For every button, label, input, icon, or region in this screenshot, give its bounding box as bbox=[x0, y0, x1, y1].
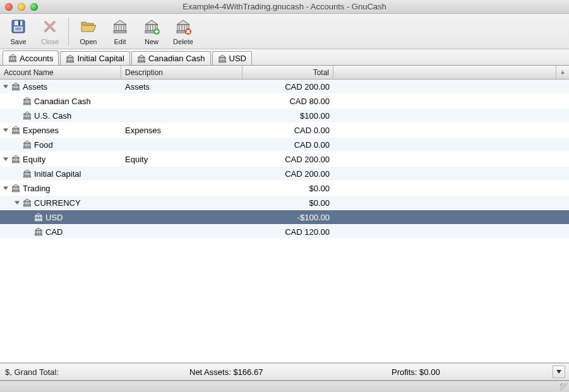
bank-icon bbox=[11, 155, 20, 163]
disclosure-triangle-icon[interactable] bbox=[3, 185, 9, 191]
bank-icon bbox=[11, 126, 20, 134]
svg-rect-101 bbox=[35, 220, 42, 221]
tab-label: Canadian Cash bbox=[148, 54, 205, 63]
save-label: Save bbox=[10, 38, 26, 45]
col-total[interactable]: Total bbox=[243, 66, 333, 79]
status-bar bbox=[0, 381, 569, 392]
titlebar: Example4-4WithTrading.gnucash - Accounts… bbox=[0, 0, 569, 14]
tab-label: Accounts bbox=[20, 54, 53, 63]
col-description[interactable]: Description bbox=[121, 66, 243, 79]
column-headers: Account Name Description Total bbox=[0, 66, 569, 80]
tab-initial-capital[interactable]: Initial Capital bbox=[60, 51, 129, 65]
open-button[interactable]: Open bbox=[73, 16, 104, 47]
account-total: CAD 200.00 bbox=[243, 82, 333, 92]
save-button[interactable]: Save bbox=[3, 16, 34, 47]
bank-icon bbox=[218, 54, 227, 63]
floppy-disk-icon bbox=[9, 18, 27, 37]
summary-dropdown-button[interactable] bbox=[553, 365, 565, 378]
col-scroll-down[interactable] bbox=[556, 66, 569, 79]
table-row[interactable]: Assets Assets CAD 200.00 bbox=[0, 80, 569, 94]
account-name-label: USD bbox=[45, 213, 63, 222]
table-row[interactable]: CURRENCY $0.00 bbox=[0, 196, 569, 210]
table-row[interactable]: Canadian Cash CAD 80.00 bbox=[0, 94, 569, 109]
account-description: Assets bbox=[121, 82, 243, 92]
folder-open-icon bbox=[80, 18, 97, 37]
svg-rect-106 bbox=[35, 234, 42, 235]
col-account-name[interactable]: Account Name bbox=[0, 66, 121, 79]
svg-rect-96 bbox=[24, 205, 31, 206]
account-description: Equity bbox=[121, 155, 243, 164]
table-row[interactable]: Food CAD 0.00 bbox=[0, 138, 569, 152]
toolbar: Save Close Open Edit New bbox=[0, 14, 569, 49]
window-zoom-button[interactable] bbox=[30, 3, 38, 11]
edit-label: Edit bbox=[114, 38, 126, 45]
svg-rect-76 bbox=[24, 147, 31, 148]
account-name-label: CURRENCY bbox=[34, 198, 81, 208]
svg-rect-71 bbox=[13, 133, 20, 134]
window-minimize-button[interactable] bbox=[18, 3, 25, 11]
svg-rect-61 bbox=[24, 104, 31, 105]
account-name-label: CAD bbox=[45, 227, 63, 237]
bank-icon bbox=[34, 227, 43, 236]
edit-button[interactable]: Edit bbox=[104, 16, 136, 47]
toolbar-separator bbox=[68, 18, 69, 45]
svg-rect-91 bbox=[13, 191, 20, 192]
account-name-label: Initial Capital bbox=[34, 169, 81, 179]
delete-label: Delete bbox=[173, 38, 193, 45]
account-total: CAD 0.00 bbox=[243, 126, 333, 135]
account-name-label: Canadian Cash bbox=[34, 97, 91, 106]
account-total: CAD 120.00 bbox=[243, 227, 333, 237]
account-name-label: Trading bbox=[23, 184, 51, 193]
disclosure-triangle-icon[interactable] bbox=[14, 199, 20, 206]
tab-strip: AccountsInitial CapitalCanadian CashUSD bbox=[0, 49, 569, 66]
account-name-label: U.S. Cash bbox=[34, 111, 71, 121]
window-close-button[interactable] bbox=[5, 3, 13, 11]
disclosure-triangle-icon[interactable] bbox=[3, 127, 9, 133]
svg-rect-46 bbox=[138, 61, 145, 62]
tab-label: Initial Capital bbox=[77, 54, 124, 63]
bank-icon bbox=[23, 97, 32, 105]
bank-new-icon bbox=[143, 18, 160, 37]
close-label: Close bbox=[41, 38, 59, 45]
tab-usd[interactable]: USD bbox=[212, 51, 252, 65]
bank-icon bbox=[8, 54, 17, 62]
bank-icon bbox=[23, 169, 32, 178]
account-name-label: Expenses bbox=[23, 126, 59, 135]
summary-grand-total: $, Grand Total: bbox=[0, 367, 189, 377]
window-controls bbox=[5, 3, 38, 11]
account-total: $0.00 bbox=[243, 198, 333, 208]
bank-edit-icon bbox=[111, 18, 129, 37]
bank-icon bbox=[137, 54, 146, 63]
account-total: $0.00 bbox=[243, 184, 333, 193]
table-row[interactable]: USD -$100.00 bbox=[0, 210, 569, 225]
table-row[interactable]: Expenses Expenses CAD 0.00 bbox=[0, 123, 569, 138]
account-total: -$100.00 bbox=[243, 213, 333, 222]
account-name-label: Food bbox=[34, 140, 53, 150]
table-row[interactable]: Equity Equity CAD 200.00 bbox=[0, 152, 569, 167]
open-label: Open bbox=[80, 38, 97, 45]
table-row[interactable]: Trading $0.00 bbox=[0, 181, 569, 196]
svg-rect-81 bbox=[13, 162, 20, 163]
table-row[interactable]: Initial Capital CAD 200.00 bbox=[0, 167, 569, 181]
bank-icon bbox=[23, 111, 32, 120]
account-total: CAD 80.00 bbox=[243, 97, 333, 106]
delete-button[interactable]: Delete bbox=[167, 16, 199, 47]
bank-icon bbox=[66, 54, 75, 63]
new-label: New bbox=[145, 38, 159, 45]
bank-icon bbox=[11, 184, 20, 193]
tab-accounts[interactable]: Accounts bbox=[3, 50, 59, 65]
bank-delete-icon bbox=[174, 18, 192, 37]
summary-net-assets: Net Assets: $166.67 bbox=[189, 367, 392, 377]
table-row[interactable]: CAD CAD 120.00 bbox=[0, 225, 569, 239]
account-tree[interactable]: Assets Assets CAD 200.00 Canadian Cash C… bbox=[0, 80, 569, 363]
window-title: Example4-4WithTrading.gnucash - Accounts… bbox=[0, 2, 569, 11]
summary-profits: Profits: $0.00 bbox=[392, 367, 553, 377]
bank-icon bbox=[23, 140, 32, 149]
disclosure-triangle-icon[interactable] bbox=[3, 83, 9, 90]
new-button[interactable]: New bbox=[136, 16, 167, 47]
disclosure-triangle-icon[interactable] bbox=[3, 156, 9, 162]
svg-rect-86 bbox=[24, 176, 31, 177]
account-name-label: Equity bbox=[23, 155, 45, 164]
table-row[interactable]: U.S. Cash $100.00 bbox=[0, 109, 569, 123]
tab-canadian-cash[interactable]: Canadian Cash bbox=[131, 51, 211, 65]
